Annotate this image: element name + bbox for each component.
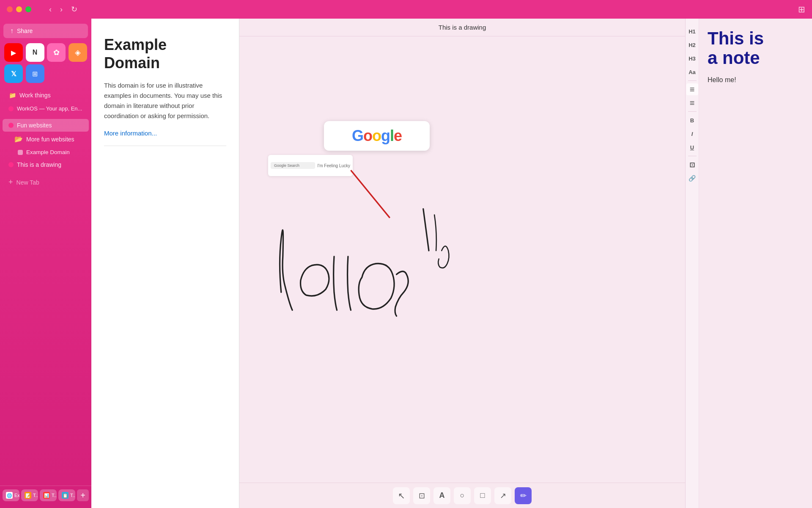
folder-icon: 📂: [14, 135, 23, 143]
note-body: Hello me!: [708, 76, 804, 84]
calendar-app-icon[interactable]: ⊞: [26, 64, 44, 83]
titlebar: ‹ › ↻ ⊞: [0, 0, 812, 19]
note-tool-bold[interactable]: B: [686, 114, 698, 126]
bottom-tab-label-3: T...: [70, 493, 75, 498]
drawing-panel: This is a drawing Google Google Search I…: [239, 19, 685, 508]
bottom-tab-icon-3: 📋: [62, 492, 69, 499]
new-tab-label: New Tab: [16, 179, 39, 186]
rect-tool[interactable]: □: [474, 487, 491, 504]
note-tool-h1[interactable]: H1: [686, 25, 698, 37]
youtube-app-icon[interactable]: ▶: [4, 43, 23, 62]
note-tool-link[interactable]: 🔗: [686, 172, 698, 184]
bottom-tab-label-0: Ex...: [14, 493, 19, 498]
webpage-link[interactable]: More information...: [104, 130, 157, 137]
note-toolbar: H1 H2 H3 Aa ≡ ≡ B I U ⊡ 🔗: [686, 19, 699, 508]
svg-line-0: [351, 170, 390, 218]
bottom-tab-icon-0: 🌐: [6, 492, 13, 499]
note-tool-italic[interactable]: I: [686, 128, 698, 140]
add-tab-button[interactable]: +: [77, 489, 89, 501]
drawing-canvas[interactable]: Google Google Search I'm Feeling Lucky: [239, 36, 685, 483]
note-content: This isa note Hello me!: [699, 19, 812, 508]
share-label: Share: [17, 28, 33, 34]
webpage-panel: Example Domain This domain is for use in…: [91, 19, 239, 508]
note-tool-fontsize[interactable]: Aa: [686, 66, 698, 78]
note-tool-underline[interactable]: U: [686, 141, 698, 153]
back-button[interactable]: ‹: [47, 3, 54, 16]
app-body: ↑ Share ▶ N ✿ ◈ 𝕏 ⊞ 📁 Work things WorkOS…: [0, 19, 812, 508]
fun-websites-label: Fun websites: [17, 122, 52, 129]
drawing-svg: [239, 36, 685, 483]
sidebar-bottom: 🌐 Ex... 📝 T... 📊 T... 📋 T... +: [0, 486, 91, 505]
forward-button[interactable]: ›: [58, 3, 65, 16]
bottom-tab-0[interactable]: 🌐 Ex...: [3, 489, 19, 501]
sidebar-item-more-fun-websites[interactable]: 📂 More fun websites: [3, 132, 89, 146]
note-layout: H1 H2 H3 Aa ≡ ≡ B I U ⊡ 🔗 This isa not: [686, 19, 812, 508]
bottom-tab-label-2: T...: [52, 493, 57, 498]
drawing-panel-header: This is a drawing: [239, 19, 685, 36]
note-tool-image[interactable]: ⊡: [686, 159, 698, 171]
note-title: This isa note: [708, 29, 804, 68]
webpage-content: Example Domain This domain is for use in…: [91, 19, 239, 167]
note-tool-h3[interactable]: H3: [686, 52, 698, 64]
workos-label: WorkOS — Your app, En...: [17, 105, 82, 112]
minimize-button[interactable]: [16, 6, 22, 12]
note-tool-divider-1: [688, 80, 697, 81]
fun-websites-dot: [8, 123, 14, 128]
sidebar-work-section: 📁 Work things WorkOS — Your app, En...: [0, 86, 91, 117]
note-tool-divider-3: [688, 156, 697, 156]
select-tool[interactable]: ↖: [393, 487, 410, 504]
circle-tool[interactable]: ○: [454, 487, 471, 504]
close-button[interactable]: [7, 6, 13, 12]
sidebar-item-drawing[interactable]: This is a drawing: [3, 158, 89, 171]
content-area: Example Domain This domain is for use in…: [91, 19, 812, 508]
work-things-label: Work things: [19, 92, 51, 99]
bottom-tab-1[interactable]: 📝 T...: [21, 489, 38, 501]
work-things-icon: 📁: [8, 91, 16, 99]
note-panel: H1 H2 H3 Aa ≡ ≡ B I U ⊡ 🔗 This isa not: [685, 19, 812, 508]
bottom-tab-icon-2: 📊: [43, 492, 50, 499]
twitter-app-icon[interactable]: 𝕏: [4, 64, 23, 83]
arrow-tool[interactable]: ↗: [494, 487, 511, 504]
app3-icon[interactable]: ✿: [47, 43, 66, 62]
webpage-title: Example Domain: [104, 36, 226, 72]
grid-icon: ⊞: [798, 4, 805, 14]
new-tab-button[interactable]: + New Tab: [3, 175, 89, 190]
drawing-label: This is a drawing: [17, 161, 61, 168]
sidebar-item-workos[interactable]: WorkOS — Your app, En...: [3, 102, 89, 115]
apps-grid: ▶ N ✿ ◈ 𝕏 ⊞: [0, 40, 91, 86]
reload-button[interactable]: ↻: [69, 3, 80, 16]
app4-icon[interactable]: ◈: [69, 43, 87, 62]
webpage-divider: [104, 146, 226, 146]
example-domain-label: Example Domain: [26, 149, 70, 155]
bottom-tab-3[interactable]: 📋 T...: [58, 489, 75, 501]
share-icon: ↑: [10, 27, 14, 35]
bottom-tab-icon-1: 📝: [25, 492, 31, 499]
bottom-tab-2[interactable]: 📊 T...: [40, 489, 57, 501]
notion-app-icon[interactable]: N: [26, 43, 44, 62]
note-tool-divider-2: [688, 111, 697, 112]
note-tool-bullet[interactable]: ≡: [686, 83, 698, 95]
sidebar-item-fun-websites[interactable]: Fun websites: [3, 119, 89, 132]
plus-icon: +: [8, 178, 13, 187]
more-fun-websites-label: More fun websites: [26, 136, 74, 143]
drawing-dot: [8, 162, 14, 167]
image-tool[interactable]: ⊡: [413, 487, 430, 504]
sidebar-item-work-things[interactable]: 📁 Work things: [3, 88, 89, 102]
maximize-button[interactable]: [25, 6, 31, 12]
sidebar-item-example-domain[interactable]: Example Domain: [3, 146, 89, 158]
drawing-toolbar: ↖ ⊡ A ○ □ ↗ ✏: [239, 483, 685, 508]
bottom-tab-label-1: T...: [33, 493, 38, 498]
example-domain-icon: [18, 150, 23, 155]
note-tool-numbered[interactable]: ≡: [686, 97, 698, 109]
sidebar: ↑ Share ▶ N ✿ ◈ 𝕏 ⊞ 📁 Work things WorkOS…: [0, 19, 91, 508]
pen-tool[interactable]: ✏: [515, 487, 532, 504]
share-button[interactable]: ↑ Share: [3, 24, 88, 38]
note-tool-h2[interactable]: H2: [686, 39, 698, 51]
workos-dot: [8, 106, 14, 111]
text-tool[interactable]: A: [433, 487, 450, 504]
webpage-body: This domain is for use in illustrative e…: [104, 80, 226, 121]
sidebar-fun-section: Fun websites 📂 More fun websites Example…: [0, 117, 91, 173]
